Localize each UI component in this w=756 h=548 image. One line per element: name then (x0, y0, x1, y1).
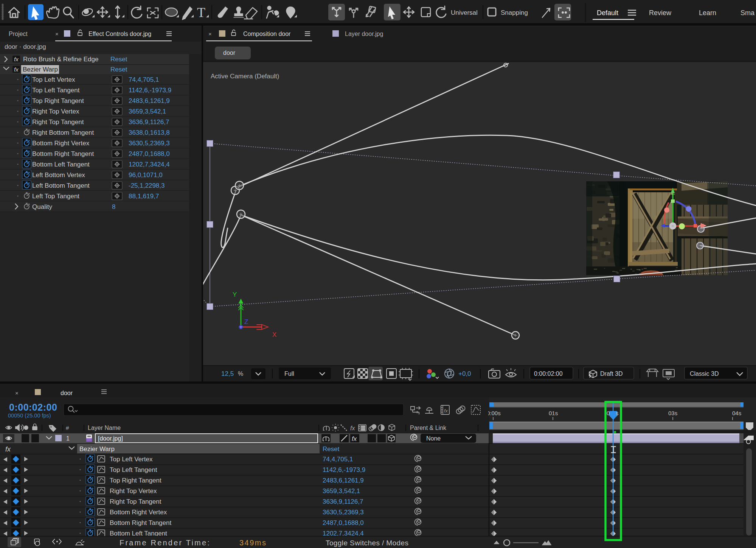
svg-text:Bottom Right Vertex: Bottom Right Vertex (32, 140, 90, 147)
svg-text:s: s (616, 410, 619, 416)
svg-text:Full: Full (284, 371, 294, 377)
svg-text:Parent & Link: Parent & Link (410, 425, 447, 431)
svg-text:1: 1 (66, 435, 70, 442)
svg-text:Universal: Universal (451, 9, 478, 16)
svg-text:3659,3,542,1: 3659,3,542,1 (129, 108, 166, 115)
svg-text:2487,0,1688,0: 2487,0,1688,0 (129, 150, 170, 157)
svg-text:Top Left Tangent: Top Left Tangent (32, 87, 80, 94)
svg-text:×: × (208, 31, 212, 37)
svg-text:Top Right Tangent: Top Right Tangent (110, 477, 161, 484)
svg-text:Composition door: Composition door (243, 31, 291, 37)
svg-text:Quality: Quality (32, 203, 52, 210)
svg-text:fx: fx (5, 445, 11, 453)
svg-text:96,0,1071,0: 96,0,1071,0 (129, 171, 163, 179)
svg-text:04s: 04s (732, 410, 741, 416)
svg-text:1142,6,-1973,9: 1142,6,-1973,9 (323, 466, 365, 473)
svg-text:X: X (272, 331, 276, 338)
svg-text:None: None (426, 435, 441, 442)
svg-text:88,1,619,7: 88,1,619,7 (129, 193, 159, 200)
svg-text:Default: Default (597, 9, 618, 17)
svg-text:0:00:02:00: 0:00:02:00 (9, 402, 57, 413)
svg-text:3636,9,1126,7: 3636,9,1126,7 (323, 498, 363, 505)
svg-text:Bottom Right Tangent: Bottom Right Tangent (110, 519, 171, 526)
svg-text:3630,5,2369,3: 3630,5,2369,3 (129, 140, 170, 147)
svg-text:door · door.jpg: door · door.jpg (5, 43, 46, 50)
svg-text:03s: 03s (668, 410, 677, 416)
svg-text:fx: fx (352, 435, 357, 442)
svg-text:8: 8 (112, 203, 115, 210)
svg-text:Z: Z (244, 318, 248, 325)
svg-text:Frame Render Time:: Frame Render Time: (120, 539, 211, 547)
svg-text:Left Top Tangent: Left Top Tangent (32, 193, 79, 200)
svg-text:1142,6,-1973,9: 1142,6,-1973,9 (129, 87, 171, 94)
svg-text:Bezier Warp: Bezier Warp (79, 445, 115, 453)
svg-text:fx: fx (444, 408, 448, 414)
svg-text:Left Bottom Tangent: Left Bottom Tangent (32, 182, 90, 189)
svg-text:Draft 3D: Draft 3D (600, 371, 623, 377)
svg-text:Top Left Tangent: Top Left Tangent (110, 466, 157, 473)
svg-text:Top Left Vertex: Top Left Vertex (110, 456, 153, 463)
svg-text:Right Bottom Tangent: Right Bottom Tangent (32, 129, 94, 136)
svg-text:#: # (66, 425, 69, 431)
svg-text:fx: fx (14, 56, 19, 62)
svg-text:Layer door.jpg: Layer door.jpg (345, 31, 383, 37)
svg-text:Project: Project (9, 31, 28, 37)
svg-text:3659,3,542,1: 3659,3,542,1 (323, 487, 360, 495)
svg-text:door: door (61, 390, 73, 396)
svg-text:Active Camera (Default): Active Camera (Default) (211, 73, 279, 80)
svg-text:3638,0,1613,8: 3638,0,1613,8 (129, 129, 170, 136)
svg-text:2487,0,1688,0: 2487,0,1688,0 (323, 519, 364, 526)
svg-text:Sma: Sma (740, 9, 755, 17)
svg-text:Reset: Reset (110, 66, 127, 73)
svg-text:1202,7,3424,4: 1202,7,3424,4 (129, 161, 170, 168)
svg-text:+0,0: +0,0 (458, 370, 471, 377)
svg-text:Snapping: Snapping (501, 9, 528, 16)
svg-text:0:00:02:00: 0:00:02:00 (534, 371, 563, 377)
svg-text:door: door (223, 50, 236, 56)
svg-text:Reset: Reset (323, 445, 340, 453)
svg-text:Top Right Tangent: Top Right Tangent (32, 97, 84, 104)
svg-text:Right Top Tangent: Right Top Tangent (32, 118, 84, 126)
svg-text:T: T (197, 5, 205, 20)
svg-text:Reset: Reset (110, 56, 127, 63)
svg-text:×: × (55, 31, 59, 37)
svg-text:Top Left Vertex: Top Left Vertex (32, 76, 75, 83)
svg-text:3630,5,2369,3: 3630,5,2369,3 (323, 509, 364, 516)
svg-text:Bezier Warp: Bezier Warp (23, 66, 58, 73)
svg-text:Layer Name: Layer Name (88, 425, 121, 431)
svg-text:0:00s: 0:00s (487, 410, 501, 416)
svg-text:0: 0 (607, 410, 610, 416)
svg-text:-25,1,2298,3: -25,1,2298,3 (129, 182, 165, 189)
svg-text:fx: fx (14, 66, 19, 73)
svg-text:fx: fx (350, 425, 355, 431)
svg-text:Effect Controls door.jpg: Effect Controls door.jpg (88, 31, 151, 37)
svg-text:00050 (25.00 fps): 00050 (25.00 fps) (8, 413, 51, 419)
svg-text:2483,6,1261,9: 2483,6,1261,9 (129, 97, 170, 104)
svg-text:Right Top Vertex: Right Top Vertex (32, 108, 79, 115)
svg-text:Toggle Switches / Modes: Toggle Switches / Modes (326, 539, 408, 547)
svg-text:01s: 01s (549, 410, 558, 416)
svg-text:Review: Review (649, 9, 672, 17)
svg-text:Right Top Vertex: Right Top Vertex (110, 487, 157, 495)
svg-text:Right Top Tangent: Right Top Tangent (110, 498, 161, 505)
svg-text:Bottom Right Tangent: Bottom Right Tangent (32, 150, 94, 157)
svg-text:Classic 3D: Classic 3D (690, 371, 719, 377)
svg-text:Bottom Left Tangent: Bottom Left Tangent (32, 161, 90, 168)
svg-text:[door.jpg]: [door.jpg] (98, 435, 123, 442)
svg-text:74,4,705,1: 74,4,705,1 (129, 76, 159, 83)
svg-text:349ms: 349ms (239, 539, 267, 547)
svg-text:Bottom Right Vertex: Bottom Right Vertex (110, 509, 167, 516)
svg-text:3636,9,1126,7: 3636,9,1126,7 (129, 118, 169, 126)
svg-text:×: × (15, 390, 19, 396)
svg-text:%: % (238, 371, 243, 377)
svg-text:74,4,705,1: 74,4,705,1 (323, 456, 353, 463)
svg-text:12,5: 12,5 (221, 370, 234, 377)
svg-text:Y: Y (233, 291, 237, 298)
svg-text:2483,6,1261,9: 2483,6,1261,9 (323, 477, 364, 484)
svg-text:Learn: Learn (699, 9, 716, 17)
svg-text:Left Bottom Vertex: Left Bottom Vertex (32, 171, 85, 179)
svg-text:Roto Brush & Refine Edge: Roto Brush & Refine Edge (23, 56, 98, 63)
